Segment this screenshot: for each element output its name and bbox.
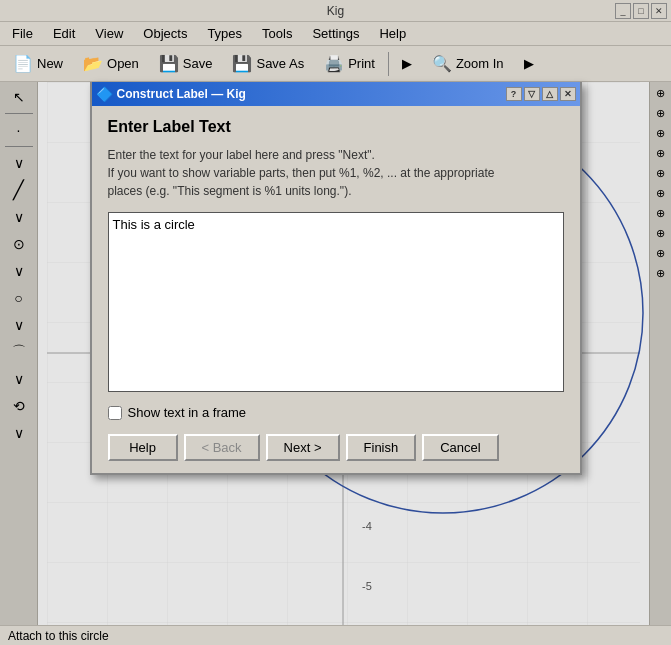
dialog-desc-line2: If you want to show variable parts, then…	[108, 166, 495, 180]
more-right-button[interactable]: ▶	[515, 50, 543, 78]
menu-tools[interactable]: Tools	[254, 24, 300, 43]
status-text: Attach to this circle	[8, 629, 109, 643]
print-label: Print	[348, 56, 375, 71]
menu-bar: File Edit View Objects Types Tools Setti…	[0, 22, 671, 46]
dialog-body: Enter Label Text Enter the text for your…	[92, 106, 580, 473]
menu-objects[interactable]: Objects	[135, 24, 195, 43]
help-button[interactable]: Help	[108, 434, 178, 461]
checkbox-label[interactable]: Show text in a frame	[128, 405, 247, 420]
dialog-overlay: 🔷 Construct Label — Kig ? ▽ △ ✕ Enter La…	[0, 82, 671, 625]
save-label: Save	[183, 56, 213, 71]
dialog-title-controls: ? ▽ △ ✕	[506, 87, 576, 101]
new-icon: 📄	[13, 54, 33, 73]
dialog-maximize-btn[interactable]: △	[542, 87, 558, 101]
open-button[interactable]: 📂 Open	[74, 50, 148, 78]
back-button[interactable]: < Back	[184, 434, 260, 461]
dialog-shade-btn[interactable]: ▽	[524, 87, 540, 101]
toolbar: 📄 New 📂 Open 💾 Save 💾 Save As 🖨️ Print ▶…	[0, 46, 671, 82]
finish-button[interactable]: Finish	[346, 434, 417, 461]
next-button[interactable]: Next >	[266, 434, 340, 461]
save-as-icon: 💾	[232, 54, 252, 73]
maximize-btn[interactable]: □	[633, 3, 649, 19]
menu-view[interactable]: View	[87, 24, 131, 43]
dialog-help-btn[interactable]: ?	[506, 87, 522, 101]
save-button[interactable]: 💾 Save	[150, 50, 222, 78]
open-label: Open	[107, 56, 139, 71]
cancel-button[interactable]: Cancel	[422, 434, 498, 461]
minimize-btn[interactable]: _	[615, 3, 631, 19]
close-btn[interactable]: ✕	[651, 3, 667, 19]
frame-checkbox[interactable]	[108, 406, 122, 420]
menu-help[interactable]: Help	[371, 24, 414, 43]
print-icon: 🖨️	[324, 54, 344, 73]
dialog-close-btn[interactable]: ✕	[560, 87, 576, 101]
dialog-buttons: Help < Back Next > Finish Cancel	[108, 430, 564, 461]
status-bar: Attach to this circle	[0, 625, 671, 645]
zoom-in-icon: 🔍	[432, 54, 452, 73]
window-controls: _ □ ✕	[615, 3, 667, 19]
save-icon: 💾	[159, 54, 179, 73]
label-textarea[interactable]: This is a circle	[108, 212, 564, 392]
checkbox-row: Show text in a frame	[108, 405, 564, 420]
dialog-desc-line3: places (e.g. "This segment is %1 units l…	[108, 184, 352, 198]
dialog-title: Construct Label — Kig	[117, 87, 246, 101]
save-as-button[interactable]: 💾 Save As	[223, 50, 313, 78]
main-area: ↖ · ∨ ╱ ∨ ⊙ ∨ ○ ∨ ⌒ ∨ ⟲ ∨ -3	[0, 82, 671, 625]
dialog-description: Enter the text for your label here and p…	[108, 146, 564, 200]
save-as-label: Save As	[256, 56, 304, 71]
new-button[interactable]: 📄 New	[4, 50, 72, 78]
zoom-in-label: Zoom In	[456, 56, 504, 71]
dialog: 🔷 Construct Label — Kig ? ▽ △ ✕ Enter La…	[90, 82, 582, 475]
menu-file[interactable]: File	[4, 24, 41, 43]
more-button[interactable]: ▶	[393, 50, 421, 78]
menu-types[interactable]: Types	[199, 24, 250, 43]
new-label: New	[37, 56, 63, 71]
print-button[interactable]: 🖨️ Print	[315, 50, 384, 78]
dialog-desc-line1: Enter the text for your label here and p…	[108, 148, 375, 162]
title-bar: Kig _ □ ✕	[0, 0, 671, 22]
zoom-in-button[interactable]: 🔍 Zoom In	[423, 50, 513, 78]
open-icon: 📂	[83, 54, 103, 73]
app-title: Kig	[327, 4, 344, 18]
dialog-heading: Enter Label Text	[108, 118, 564, 136]
menu-edit[interactable]: Edit	[45, 24, 83, 43]
toolbar-separator	[388, 52, 389, 76]
menu-settings[interactable]: Settings	[304, 24, 367, 43]
dialog-titlebar: 🔷 Construct Label — Kig ? ▽ △ ✕	[92, 82, 580, 106]
